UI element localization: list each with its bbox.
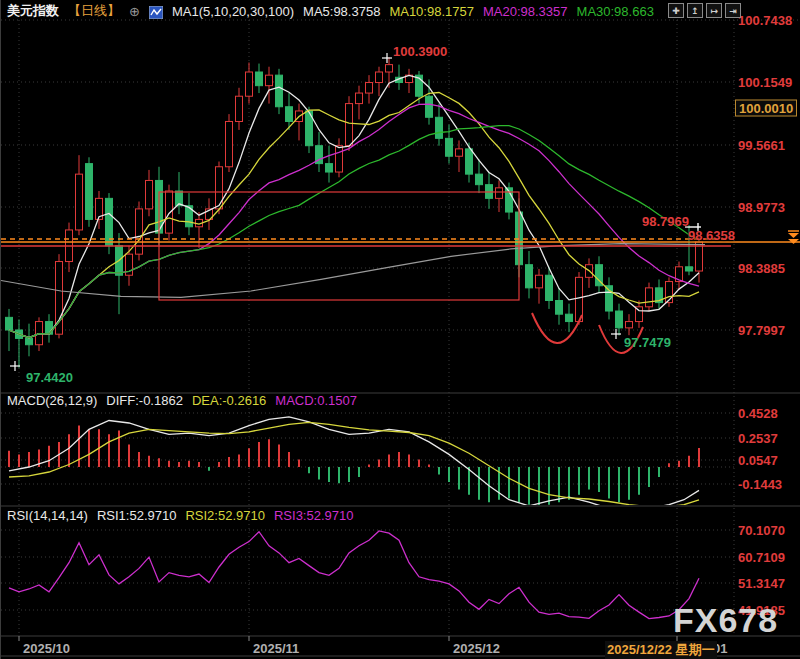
add-indicator-icon[interactable]: ⊕ xyxy=(129,4,140,19)
ma10-value: MA10:98.1757 xyxy=(389,4,474,19)
chart-canvas[interactable] xyxy=(1,0,800,659)
ma30-value: MA30:98.663 xyxy=(577,4,654,19)
instrument-name: 美元指数 xyxy=(7,2,59,20)
price-axis-label: 97.7997 xyxy=(738,323,785,338)
rsi-axis-label: 60.7109 xyxy=(738,550,785,565)
ma5-value: MA5:98.3758 xyxy=(303,4,380,19)
zoom-y-axis-icon[interactable]: ↥ xyxy=(687,3,703,18)
chart-title-bar: 美元指数 【日线】 ⊕ MA1(5,10,20,30,100) MA5:98.3… xyxy=(7,2,663,20)
price-axis-label: 99.5661 xyxy=(738,138,785,153)
price-annotation: 98.7969 xyxy=(642,214,689,229)
current-date-label: 2025/12/22 星期一 xyxy=(605,641,717,659)
watermark-logo: FX678 xyxy=(673,601,778,640)
price-axis-label: 100.7438 xyxy=(738,13,792,28)
rsi-axis-label: 51.3147 xyxy=(738,576,785,591)
macd-axis-label: -0.1443 xyxy=(738,477,782,492)
timeframe-label: 【日线】 xyxy=(68,2,120,20)
rsi2-value: RSI2:52.9710 xyxy=(185,508,265,523)
price-axis-label: 98.3885 xyxy=(738,261,785,276)
price-axis-label: 100.0010 xyxy=(735,100,797,117)
time-axis-label: 2025/11 xyxy=(253,641,299,656)
rsi3-value: RSI3:52.9710 xyxy=(274,508,354,523)
macd-dea-value: DEA:-0.2616 xyxy=(192,393,266,408)
price-axis-label: 100.1549 xyxy=(738,75,792,90)
price-annotation: 100.3900 xyxy=(393,44,447,59)
rsi-title: RSI(14,14,14) xyxy=(7,508,88,523)
price-annotation: 97.4420 xyxy=(26,370,73,385)
trading-chart-window: 美元指数 【日线】 ⊕ MA1(5,10,20,30,100) MA5:98.3… xyxy=(0,0,800,659)
chart-type-icon[interactable] xyxy=(149,6,163,19)
macd-indicator-bar: MACD(26,12,9) DIFF:-0.1862 DEA:-0.2616 M… xyxy=(7,393,366,408)
pan-tool-icon[interactable]: ✚ xyxy=(668,3,684,18)
ma-settings-label: MA1(5,10,20,30,100) xyxy=(172,4,294,19)
macd-axis-label: 0.4528 xyxy=(738,406,778,421)
rsi-axis-label: 70.1070 xyxy=(738,523,785,538)
macd-axis-label: 0.0547 xyxy=(738,453,778,468)
chart-toolbar: ✚↥↦⇥ xyxy=(668,3,741,18)
macd-hist-value: MACD:0.1507 xyxy=(275,393,357,408)
price-annotation: 97.7479 xyxy=(624,335,671,350)
ma20-value: MA20:98.3357 xyxy=(483,4,568,19)
time-axis-label: 2025/12 xyxy=(453,641,500,656)
macd-title: MACD(26,12,9) xyxy=(7,393,97,408)
zoom-x-axis-icon[interactable]: ↦ xyxy=(706,3,722,18)
macd-axis-label: 0.2537 xyxy=(738,431,778,446)
time-axis-label: 2025/10 xyxy=(23,641,70,656)
price-axis-label: 98.9773 xyxy=(738,200,785,215)
panel-collapse-icon[interactable]: ⇥ xyxy=(725,3,741,18)
rsi1-value: RSI1:52.9710 xyxy=(97,508,177,523)
rsi-indicator-bar: RSI(14,14,14) RSI1:52.9710 RSI2:52.9710 … xyxy=(7,508,362,523)
macd-diff-value: DIFF:-0.1862 xyxy=(106,393,183,408)
price-annotation: 98.6358 xyxy=(688,228,735,243)
